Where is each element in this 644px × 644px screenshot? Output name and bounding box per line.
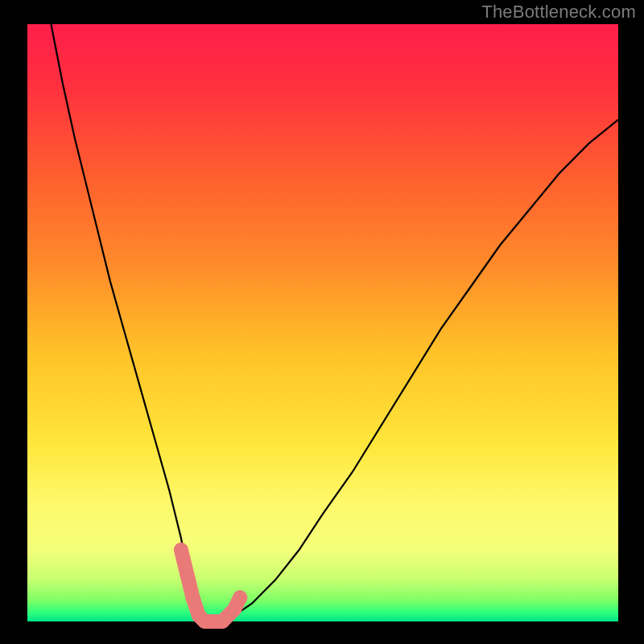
plot-background bbox=[27, 24, 618, 621]
bottleneck-chart bbox=[0, 0, 644, 644]
watermark-label: TheBottleneck.com bbox=[481, 2, 636, 23]
chart-frame: TheBottleneck.com bbox=[0, 0, 644, 644]
